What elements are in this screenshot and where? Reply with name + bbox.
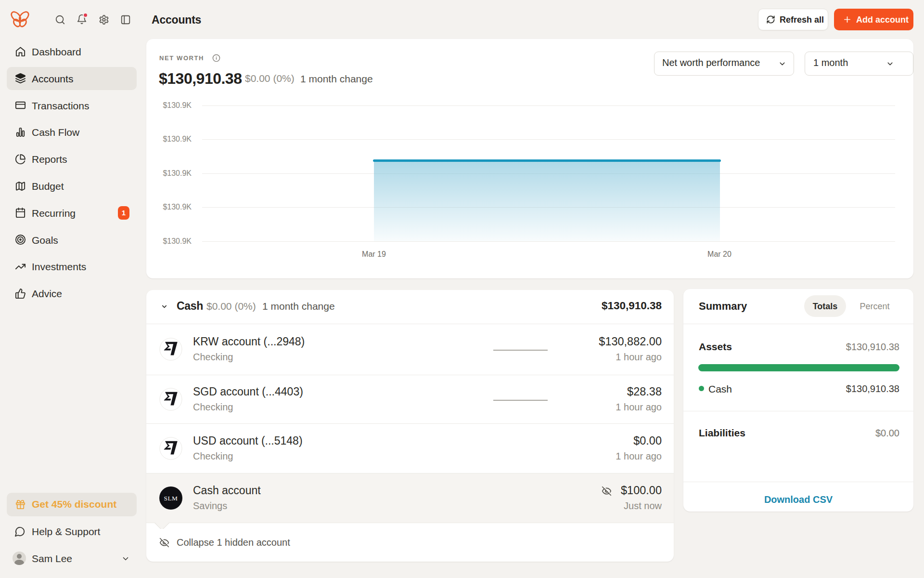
svg-text:SLM: SLM	[164, 494, 178, 501]
